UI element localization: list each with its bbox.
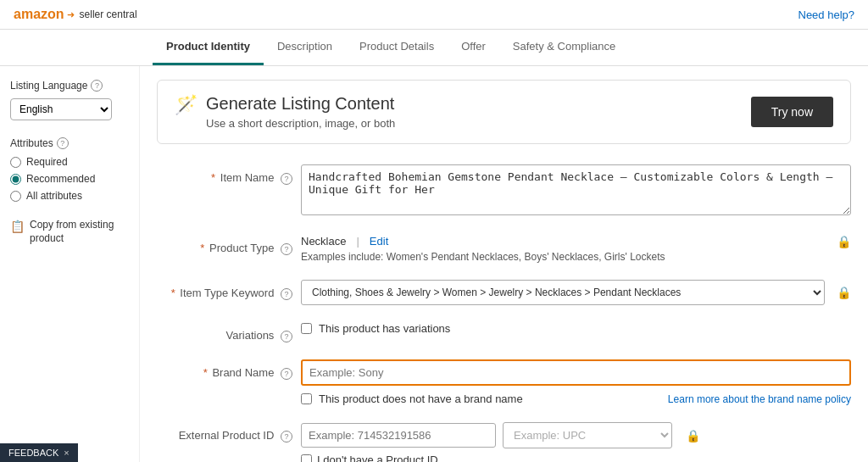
main-layout: Listing Language ? English Attributes ? …	[0, 66, 868, 462]
variations-field: Variations ? This product has variations	[157, 322, 851, 342]
sidebar: Listing Language ? English Attributes ? …	[0, 66, 140, 462]
radio-all-label: All attributes	[26, 190, 82, 202]
logo-amazon: amazon	[14, 7, 64, 22]
wand-icon: 🪄	[175, 94, 198, 116]
item-type-info-icon[interactable]: ?	[281, 288, 292, 300]
listing-language-label: Listing Language ?	[10, 80, 129, 92]
variations-row: Variations ? This product has variations	[157, 322, 851, 342]
generate-card-left: 🪄 Generate Listing Content Use a short d…	[175, 94, 395, 130]
external-product-id-content: Example: UPC 🔒 I don't have a Product ID	[301, 422, 851, 462]
feedback-button[interactable]: FEEDBACK ×	[0, 443, 78, 462]
no-id-row: I don't have a Product ID	[301, 454, 851, 462]
ext-id-input[interactable]	[301, 423, 496, 448]
product-type-name: Necklace	[301, 235, 346, 248]
item-name-label-col: * Item Name ?	[157, 164, 292, 185]
brand-info-icon[interactable]: ?	[281, 368, 292, 380]
product-type-label: Product Type	[209, 242, 274, 254]
item-type-lock-icon: 🔒	[837, 286, 851, 299]
item-name-content: Handcrafted Bohemian Gemstone Pendant Ne…	[301, 164, 851, 218]
no-id-label: I don't have a Product ID	[317, 454, 438, 462]
pipe-divider: |	[356, 235, 359, 248]
header: amazon ➜ seller central Need help?	[0, 0, 868, 30]
radio-recommended-input[interactable]	[10, 174, 21, 185]
item-name-row: * Item Name ? Handcrafted Bohemian Gemst…	[157, 164, 851, 218]
tab-offer[interactable]: Offer	[448, 30, 499, 65]
brand-required-star: *	[203, 366, 208, 379]
keyword-select[interactable]: Clothing, Shoes & Jewelry > Women > Jewe…	[301, 280, 825, 305]
tab-description[interactable]: Description	[264, 30, 346, 65]
variations-checkbox-label: This product has variations	[319, 322, 450, 335]
item-type-required-star: *	[171, 287, 175, 299]
item-name-required-star: *	[211, 171, 215, 184]
variations-checkbox-row: This product has variations	[301, 322, 851, 335]
product-type-content: Necklace | Edit Examples include: Women'…	[301, 235, 821, 263]
generate-title: Generate Listing Content	[206, 94, 395, 114]
radio-all-input[interactable]	[10, 191, 21, 202]
item-name-textarea[interactable]: Handcrafted Bohemian Gemstone Pendant Ne…	[301, 164, 851, 215]
generate-card: 🪄 Generate Listing Content Use a short d…	[157, 80, 851, 144]
item-type-keyword-label: Item Type Keyword	[180, 287, 274, 299]
brand-name-label: Brand Name	[212, 366, 274, 379]
radio-recommended[interactable]: Recommended	[10, 173, 129, 185]
item-name-info-icon[interactable]: ?	[281, 173, 292, 185]
variations-checkbox[interactable]	[301, 323, 312, 334]
no-brand-row: This product does not have a brand name …	[301, 392, 851, 405]
radio-required[interactable]: Required	[10, 156, 129, 168]
attributes-radio-group: Required Recommended All attributes	[10, 156, 129, 202]
try-now-button[interactable]: Try now	[751, 97, 833, 127]
ext-type-select[interactable]: Example: UPC	[503, 422, 672, 448]
feedback-close-icon[interactable]: ×	[64, 448, 69, 458]
attributes-section: Attributes ? Required Recommended All at…	[10, 137, 129, 202]
listing-language-info-icon[interactable]: ?	[91, 80, 103, 92]
variations-info-icon[interactable]: ?	[281, 331, 292, 342]
product-type-edit-link[interactable]: Edit	[370, 235, 388, 248]
variations-label-col: Variations ?	[157, 322, 292, 342]
copy-icon: 📋	[10, 220, 25, 233]
brand-name-row: * Brand Name ? This product does not hav…	[157, 359, 851, 405]
product-type-value: Necklace | Edit	[301, 235, 821, 248]
keyword-row: Clothing, Shoes & Jewelry > Women > Jewe…	[301, 280, 851, 305]
generate-subtitle: Use a short description, image, or both	[206, 117, 395, 130]
ext-product-lock-icon: 🔒	[686, 429, 700, 443]
radio-all-attributes[interactable]: All attributes	[10, 190, 129, 202]
item-type-keyword-row: * Item Type Keyword ? Clothing, Shoes & …	[157, 280, 851, 305]
copy-label: Copy from existing product	[30, 219, 129, 245]
external-product-id-label-col: External Product ID ?	[157, 422, 292, 443]
item-type-keyword-label-col: * Item Type Keyword ?	[157, 280, 292, 300]
radio-recommended-label: Recommended	[26, 173, 95, 185]
no-brand-checkbox[interactable]	[301, 393, 312, 404]
main-content: 🪄 Generate Listing Content Use a short d…	[140, 66, 868, 462]
external-product-id-info-icon[interactable]: ?	[281, 431, 292, 443]
feedback-label: FEEDBACK	[8, 448, 58, 458]
no-id-checkbox[interactable]	[301, 454, 312, 462]
product-type-info-icon[interactable]: ?	[281, 243, 292, 255]
tab-product-identity[interactable]: Product Identity	[153, 30, 264, 65]
product-type-lock-icon: 🔒	[837, 235, 851, 248]
external-product-id-row: External Product ID ? Example: UPC 🔒 I d…	[157, 422, 851, 462]
logo-seller-central: seller central	[80, 8, 137, 20]
item-type-keyword-content: Clothing, Shoes & Jewelry > Women > Jewe…	[301, 280, 851, 305]
product-type-required-star: *	[200, 242, 204, 254]
tabs-bar: Product Identity Description Product Det…	[0, 30, 868, 66]
copy-from-existing-section[interactable]: 📋 Copy from existing product	[10, 219, 129, 245]
listing-language-section: Listing Language ? English	[10, 80, 129, 120]
no-brand-label: This product does not have a brand name	[319, 392, 523, 405]
product-type-label-col: * Product Type ?	[157, 235, 292, 255]
brand-name-input[interactable]	[301, 359, 851, 386]
item-name-field: * Item Name ? Handcrafted Bohemian Gemst…	[157, 164, 851, 218]
tab-safety-compliance[interactable]: Safety & Compliance	[499, 30, 629, 65]
learn-more-link[interactable]: Learn more about the brand name policy	[668, 393, 851, 405]
product-type-examples: Examples include: Women's Pendant Neckla…	[301, 251, 821, 263]
item-name-label: Item Name	[220, 171, 275, 184]
listing-language-select[interactable]: English	[10, 98, 112, 120]
radio-required-label: Required	[26, 156, 68, 168]
attributes-info-icon[interactable]: ?	[57, 137, 69, 149]
external-product-id-label: External Product ID	[179, 429, 275, 442]
variations-content: This product has variations	[301, 322, 851, 335]
attributes-label: Attributes ?	[10, 137, 129, 149]
tab-product-details[interactable]: Product Details	[346, 30, 448, 65]
need-help-link[interactable]: Need help?	[798, 8, 855, 21]
brand-name-field: * Brand Name ? This product does not hav…	[157, 359, 851, 405]
ext-id-row: Example: UPC 🔒	[301, 422, 851, 448]
radio-required-input[interactable]	[10, 157, 21, 168]
